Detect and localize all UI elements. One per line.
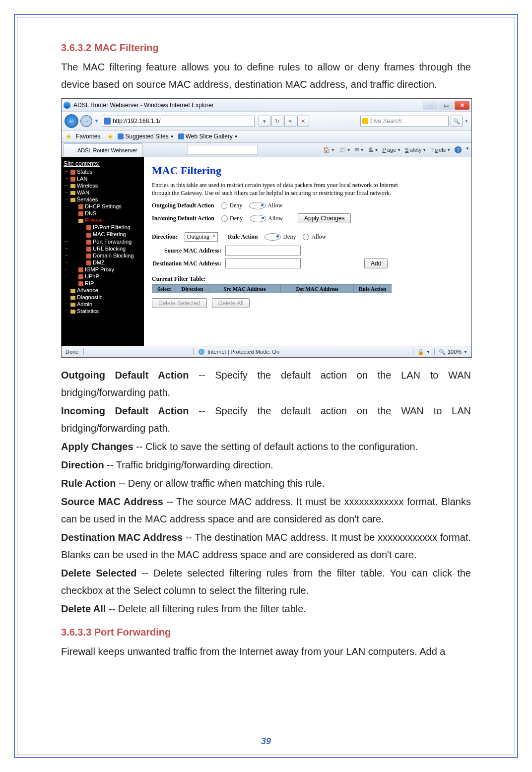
tree-item[interactable]: Domain Blocking bbox=[64, 252, 143, 259]
file-icon bbox=[78, 281, 83, 286]
tree-item-label: Services bbox=[77, 196, 98, 202]
incoming-deny-radio[interactable]: Deny bbox=[221, 215, 243, 222]
outgoing-deny-radio[interactable]: Deny bbox=[221, 202, 242, 209]
suggested-sites-link[interactable]: Suggested Sites▼ bbox=[118, 133, 174, 140]
definition-term: Rule Action bbox=[61, 478, 116, 489]
tree-item-label: IP/Port Filtering bbox=[93, 224, 131, 230]
file-icon bbox=[78, 204, 83, 209]
tree-item[interactable]: DNS bbox=[64, 210, 143, 217]
filter-table: Select Direction Src MAC Address Dst MAC… bbox=[152, 284, 392, 293]
source-mac-label: Source MAC Address: bbox=[152, 247, 221, 255]
tree-item[interactable]: Diagnostic bbox=[64, 294, 143, 301]
tree-item[interactable]: WAN bbox=[64, 189, 143, 196]
delete-all-button[interactable]: Delete All bbox=[212, 298, 250, 308]
window-title: ADSL Router Webserver - Windows Internet… bbox=[73, 102, 214, 109]
status-bar: Done Internet | Protected Mode: On 🔓▼ 🔍 … bbox=[62, 346, 471, 357]
tree-item-label: WAN bbox=[77, 190, 89, 195]
address-bar[interactable]: http://192.168.1.1/ bbox=[102, 116, 255, 127]
web-slice-link[interactable]: Web Slice Gallery▼ bbox=[178, 133, 238, 140]
folder-icon bbox=[70, 310, 75, 314]
delete-selected-button[interactable]: Delete Selected bbox=[152, 298, 207, 308]
page-menu[interactable]: Page▼ bbox=[382, 146, 401, 153]
outgoing-default-label: Outgoing Default Action bbox=[152, 202, 214, 209]
main-panel: MAC Filtering Entries in this table are … bbox=[144, 157, 471, 346]
favorites-add-icon[interactable]: ★ bbox=[107, 132, 114, 140]
page-icon bbox=[118, 133, 124, 139]
safety-menu[interactable]: Safety▼ bbox=[405, 146, 426, 153]
tree-item-label: LAN bbox=[77, 176, 87, 182]
favorites-label[interactable]: Favorites bbox=[76, 133, 100, 140]
tree-item[interactable]: URL Blocking bbox=[64, 245, 143, 252]
nav-dropdown-icon[interactable]: ▼ bbox=[94, 119, 99, 124]
help-button[interactable]: ? bbox=[455, 146, 462, 153]
tree-item[interactable]: LAN bbox=[64, 175, 143, 182]
direction-select[interactable]: Outgoing bbox=[185, 232, 218, 242]
file-icon bbox=[86, 247, 91, 252]
tree-item[interactable]: MAC Filtering bbox=[64, 231, 143, 238]
tools-menu[interactable]: Tools▼ bbox=[430, 146, 451, 153]
home-button[interactable]: 🏠▼ bbox=[323, 146, 335, 153]
page-icon bbox=[104, 118, 111, 125]
feeds-button[interactable]: 📰▼ bbox=[339, 146, 351, 153]
stop-icon[interactable]: ✕ bbox=[297, 116, 309, 127]
tree-item[interactable]: IP/Port Filtering bbox=[64, 224, 143, 231]
source-mac-input[interactable] bbox=[225, 246, 301, 256]
outgoing-allow-radio[interactable]: Allow bbox=[249, 202, 282, 209]
dest-mac-label: Destination MAC Address: bbox=[152, 260, 221, 267]
tree-item[interactable]: UPnP bbox=[64, 273, 143, 280]
tree-item[interactable]: Wireless bbox=[64, 182, 143, 189]
tree-item[interactable]: Port Forwarding bbox=[64, 238, 143, 245]
file-icon bbox=[70, 177, 75, 182]
window-maximize-button[interactable]: ▭ bbox=[439, 101, 454, 110]
tree-item[interactable]: Statistics bbox=[64, 308, 143, 315]
tree-item[interactable]: Status bbox=[64, 168, 143, 175]
incoming-allow-radio[interactable]: Allow bbox=[250, 215, 283, 222]
tree-item[interactable]: DHCP Settings bbox=[64, 203, 143, 210]
tab-empty-area bbox=[187, 145, 258, 155]
protected-mode-icon: 🔓 bbox=[417, 349, 424, 355]
rule-allow-radio[interactable]: Allow bbox=[303, 233, 326, 241]
url-dropdown-icon[interactable]: ▾ bbox=[259, 116, 270, 127]
tree-item[interactable]: DMZ bbox=[64, 259, 143, 266]
add-button[interactable]: Add bbox=[364, 258, 388, 268]
definition-item: Delete All -- Delete all filtering rules… bbox=[61, 600, 471, 618]
favorites-star-icon[interactable]: ★ bbox=[66, 132, 72, 140]
nav-back-button[interactable]: ← bbox=[65, 114, 78, 128]
search-go-button[interactable]: 🔍 bbox=[451, 116, 463, 127]
file-icon bbox=[78, 211, 83, 216]
definition-item: Rule Action -- Deny or allow traffic whe… bbox=[61, 475, 471, 492]
window-close-button[interactable]: ✕ bbox=[455, 101, 469, 110]
tree-item[interactable]: Services bbox=[64, 196, 143, 203]
compat-icon[interactable]: ✶ bbox=[284, 116, 296, 127]
tree-item[interactable]: Admin bbox=[64, 301, 143, 308]
definition-term: Direction bbox=[61, 459, 104, 470]
tree-item[interactable]: Advance bbox=[64, 287, 143, 294]
col-src: Src MAC Address bbox=[208, 285, 281, 293]
rule-deny-radio[interactable]: Deny bbox=[265, 233, 296, 241]
definition-term: Apply Changes bbox=[61, 441, 133, 452]
zoom-icon[interactable]: 🔍 bbox=[439, 349, 446, 355]
definition-item: Delete Selected -- Delete selected filte… bbox=[61, 565, 471, 599]
tree-item[interactable]: Firewall bbox=[64, 217, 143, 224]
search-box[interactable]: Live Search bbox=[360, 116, 449, 127]
apply-changes-button[interactable]: Apply Changes bbox=[298, 213, 351, 223]
search-dropdown-icon[interactable]: ▼ bbox=[465, 119, 468, 124]
browser-tab[interactable]: ADSL Router Webserver bbox=[64, 143, 142, 157]
zoom-dropdown-icon[interactable]: ▼ bbox=[464, 350, 467, 354]
dest-mac-input[interactable] bbox=[225, 258, 301, 268]
zoom-level[interactable]: 100% bbox=[448, 349, 462, 355]
section-heading-port-forwarding: 3.6.3.3 Port Forwarding bbox=[61, 627, 471, 638]
tree-item[interactable]: IGMP Proxy bbox=[64, 266, 143, 273]
incoming-default-label: Incoming Default Action bbox=[152, 215, 214, 222]
section-heading-mac-filtering: 3.6.3.2 MAC Filtering bbox=[61, 42, 471, 54]
tree-item-label: Statistics bbox=[77, 308, 99, 314]
nav-forward-button[interactable]: → bbox=[80, 115, 92, 127]
window-titlebar: ADSL Router Webserver - Windows Internet… bbox=[62, 99, 471, 112]
window-minimize-button[interactable]: — bbox=[423, 101, 438, 110]
tree-item[interactable]: RIP bbox=[64, 280, 143, 287]
mail-button[interactable]: ✉▼ bbox=[355, 146, 364, 153]
file-icon bbox=[86, 254, 91, 258]
refresh-icon[interactable]: ↻ bbox=[271, 116, 283, 127]
panel-intro: Entries in this table are used to restri… bbox=[152, 181, 400, 197]
print-button[interactable]: 🖶▼ bbox=[368, 146, 379, 153]
